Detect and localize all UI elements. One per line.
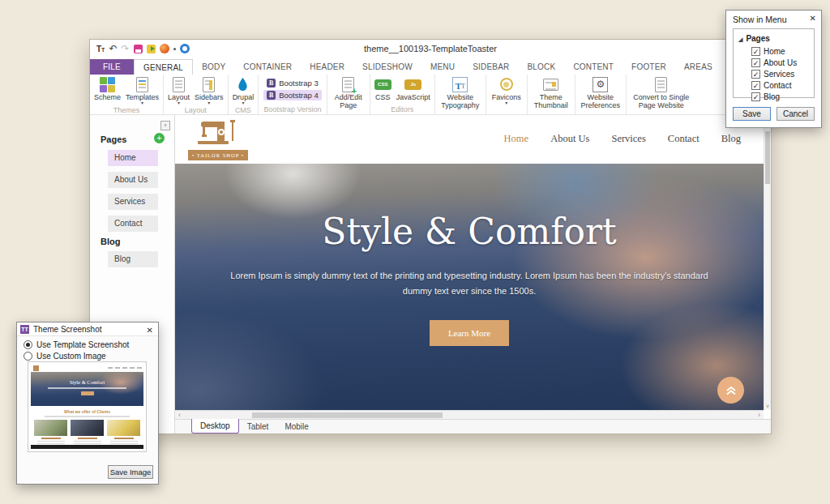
checkbox-checked-icon[interactable]: ✓ <box>751 47 760 56</box>
site-nav-contact[interactable]: Contact <box>668 133 700 145</box>
mini-footer-bar <box>31 445 143 449</box>
menu-check-home[interactable]: ✓ Home <box>751 47 785 56</box>
add-page-icon[interactable]: + <box>154 133 165 143</box>
titlebar: TT ↶ ↷ theme__100193-TemplateToaster <box>90 40 771 59</box>
cancel-button[interactable]: Cancel <box>777 107 815 121</box>
bootstrap-icon: B <box>267 91 276 100</box>
tab-container[interactable]: CONTAINER <box>234 59 301 75</box>
tab-file[interactable]: FILE <box>90 59 134 75</box>
scheme-button[interactable]: Scheme <box>92 75 123 102</box>
page-item-blog[interactable]: Blog <box>108 251 158 267</box>
page-item-contact[interactable]: Contact <box>108 216 158 232</box>
checkbox-checked-icon[interactable]: ✓ <box>751 58 760 67</box>
bootstrap3-button[interactable]: B Bootstrap 3 <box>263 78 322 88</box>
website-preferences-button[interactable]: ⚙ Website Preferences <box>577 75 624 111</box>
horizontal-scrollbar[interactable]: ‹ › <box>175 410 764 419</box>
checkbox-checked-icon[interactable]: ✓ <box>751 81 760 90</box>
tab-slideshow[interactable]: SLIDESHOW <box>353 59 421 75</box>
tree-node-pages[interactable]: ◢Pages <box>738 34 770 43</box>
templates-icon <box>136 77 148 92</box>
site-nav-about-us[interactable]: About Us <box>550 133 589 145</box>
save-image-button[interactable]: Save Image <box>108 465 153 479</box>
chevron-down-icon: ▾ <box>141 101 143 105</box>
convert-single-page-button[interactable]: Convert to Single Page Website <box>628 75 695 111</box>
hero-title: Style & Comfort <box>175 164 764 252</box>
chevron-down-icon: ▾ <box>178 101 180 105</box>
javascript-button[interactable]: Js JavaScript <box>394 75 433 102</box>
site-nav-blog[interactable]: Blog <box>721 133 741 145</box>
menu-check-services[interactable]: ✓ Services <box>751 70 794 79</box>
tab-header[interactable]: HEADER <box>301 59 353 75</box>
close-icon[interactable]: ✕ <box>147 326 153 335</box>
templates-button[interactable]: Templates ▾ <box>123 75 161 105</box>
scroll-to-top-button[interactable] <box>717 377 744 404</box>
group-layout: Layout ▾ Sidebars ▾ Layout <box>164 75 229 114</box>
sidebars-button[interactable]: Sidebars ▾ <box>192 75 226 105</box>
vertical-scrollbar-thumb[interactable] <box>765 131 770 184</box>
theme-screenshot-dialog: TT Theme Screenshot ✕ Use Template Scree… <box>16 322 159 485</box>
favicons-button[interactable]: Favicons ▾ <box>488 75 525 105</box>
mini-card <box>71 420 104 444</box>
radio-use-custom-image[interactable]: Use Custom Image <box>24 352 106 361</box>
javascript-icon: Js <box>404 79 421 90</box>
menu-check-blog[interactable]: ✓ Blog <box>751 92 780 101</box>
tab-desktop[interactable]: Desktop <box>191 419 239 434</box>
mini-card-image <box>107 420 140 436</box>
checkbox-checked-icon[interactable]: ✓ <box>751 92 760 101</box>
website-typography-button[interactable]: TT Website Typography <box>437 75 484 111</box>
templatetoaster-window: TT ↶ ↷ theme__100193-TemplateToaster FIL… <box>89 39 772 434</box>
save-button[interactable]: Save <box>733 107 771 121</box>
checkbox-checked-icon[interactable]: ✓ <box>751 70 760 79</box>
site-nav: Home About Us Services Contact Blog <box>504 133 741 145</box>
layout-icon <box>173 77 185 92</box>
learn-more-button[interactable]: Learn More <box>430 320 509 346</box>
tab-sidebar[interactable]: SIDEBAR <box>464 59 518 75</box>
vertical-scrollbar[interactable]: ˅ <box>764 115 771 410</box>
tab-footer[interactable]: FOOTER <box>622 59 675 75</box>
bootstrap4-button[interactable]: B Bootstrap 4 <box>263 90 322 100</box>
css-icon: CSS <box>374 79 391 90</box>
tab-areas[interactable]: AREAS <box>675 59 721 75</box>
site-nav-services[interactable]: Services <box>611 133 645 145</box>
pages-panel-header: Pages <box>101 135 126 144</box>
ribbon-tab-bar: FILE GENERAL BODY CONTAINER HEADER SLIDE… <box>90 59 771 75</box>
group-bootstrap-version: B Bootstrap 3 B Bootstrap 4 Bootstrap Ve… <box>259 75 327 114</box>
scroll-down-icon[interactable]: ˅ <box>764 404 771 409</box>
tab-mobile[interactable]: Mobile <box>276 420 316 434</box>
sidebars-icon <box>203 77 215 92</box>
tree-expander-icon[interactable]: ◢ <box>738 36 742 42</box>
tab-tablet[interactable]: Tablet <box>239 420 277 434</box>
horizontal-scrollbar-thumb[interactable] <box>252 412 443 418</box>
close-icon[interactable]: ✕ <box>810 14 816 23</box>
drupal-button[interactable]: Drupal ▾ <box>230 75 257 105</box>
menu-check-about-us[interactable]: ✓ About Us <box>751 58 797 67</box>
site-preview-pane: • TAILOR SHOP • Home About Us Services C… <box>175 115 771 434</box>
tab-block[interactable]: BLOCK <box>518 59 564 75</box>
tab-general[interactable]: GENERAL <box>134 59 193 75</box>
page-item-about-us[interactable]: About Us <box>108 172 158 188</box>
typography-icon: TT <box>452 77 468 92</box>
add-edit-page-button[interactable]: + Add/Edit Page <box>329 75 368 111</box>
site-nav-home[interactable]: Home <box>504 133 529 145</box>
panel-collapse-icon[interactable]: ‹ <box>160 121 170 130</box>
desktop-background: TT ↶ ↷ theme__100193-TemplateToaster FIL… <box>0 0 830 504</box>
radio-unselected-icon[interactable] <box>24 352 32 361</box>
mini-card-image <box>34 420 67 436</box>
mini-hero-text-line <box>48 387 126 389</box>
tab-body[interactable]: BODY <box>193 59 234 75</box>
mini-cards <box>31 417 143 444</box>
chevron-down-icon: ▾ <box>242 101 244 105</box>
tab-content[interactable]: CONTENT <box>564 59 622 75</box>
menu-check-contact[interactable]: ✓ Contact <box>751 81 791 90</box>
css-button[interactable]: CSS CSS <box>372 75 394 102</box>
site-logo[interactable]: • TAILOR SHOP • <box>188 118 246 160</box>
page-item-home[interactable]: Home <box>108 150 158 166</box>
site-viewport: • TAILOR SHOP • Home About Us Services C… <box>175 115 764 410</box>
page-item-services[interactable]: Services <box>108 194 158 210</box>
group-label-layout: Layout <box>165 105 226 115</box>
layout-button[interactable]: Layout ▾ <box>165 75 192 105</box>
radio-use-template-screenshot[interactable]: Use Template Screenshot <box>24 340 129 349</box>
theme-thumbnail-button[interactable]: Theme Thumbnail <box>529 75 573 111</box>
tab-menu[interactable]: MENU <box>421 59 464 75</box>
radio-selected-icon[interactable] <box>24 340 32 349</box>
